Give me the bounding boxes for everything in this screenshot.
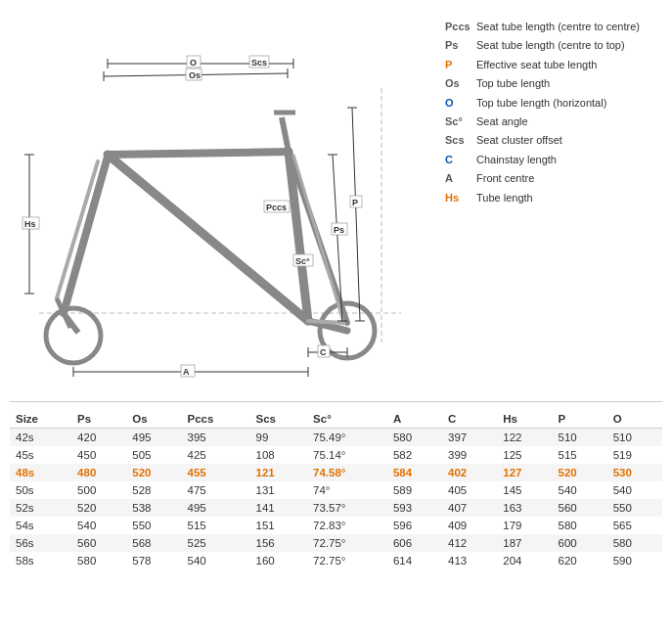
- column-header: C: [442, 410, 497, 429]
- table-cell: 620: [552, 552, 606, 569]
- legend-item: HsTube length: [445, 191, 662, 205]
- svg-text:Ps: Ps: [334, 225, 344, 235]
- table-cell: 540: [607, 481, 662, 499]
- table-cell: 52s: [10, 499, 71, 517]
- table-cell: 45s: [10, 446, 71, 464]
- table-cell: 156: [250, 534, 308, 552]
- table-cell: 72.75°: [307, 552, 387, 569]
- table-cell: 560: [552, 499, 606, 517]
- column-header: Scs: [250, 410, 308, 429]
- table-cell: 589: [387, 481, 442, 499]
- table-cell: 187: [497, 534, 552, 552]
- svg-text:Pccs: Pccs: [266, 203, 287, 212]
- legend-value: Effective seat tube length: [476, 58, 597, 72]
- column-header: O: [607, 410, 662, 429]
- table-row: 58s58057854016072.75°614413204620590: [10, 552, 662, 569]
- table-cell: 160: [250, 552, 308, 569]
- legend-value: Seat cluster offset: [476, 133, 562, 148]
- svg-text:Os: Os: [189, 70, 201, 80]
- column-header: A: [387, 410, 442, 429]
- table-cell: 525: [182, 534, 250, 552]
- legend-value: Seat tube length (centre to top): [476, 38, 625, 53]
- table-cell: 455: [182, 464, 250, 481]
- table-cell: 204: [497, 552, 552, 569]
- table-cell: 580: [607, 534, 662, 552]
- column-header: Hs: [497, 410, 552, 429]
- table-cell: 151: [250, 517, 308, 534]
- table-cell: 42s: [10, 429, 71, 447]
- table-cell: 75.49°: [307, 429, 387, 447]
- table-cell: 550: [126, 517, 181, 534]
- measurements-table: SizePsOsPccsScsSc°ACHsPO 42s420495395997…: [10, 410, 662, 569]
- legend-key: A: [445, 171, 476, 186]
- table-cell: 515: [552, 446, 606, 464]
- table-cell: 99: [250, 429, 308, 447]
- legend-key: Ps: [445, 38, 476, 53]
- table-cell: 565: [607, 517, 662, 534]
- legend-item: CChainstay length: [445, 153, 662, 167]
- table-cell: 580: [552, 517, 606, 534]
- svg-line-9: [108, 152, 289, 155]
- table-cell: 584: [387, 464, 442, 481]
- table-cell: 495: [182, 499, 250, 517]
- table-cell: 519: [607, 446, 662, 464]
- table-cell: 412: [442, 534, 497, 552]
- svg-text:Sc°: Sc°: [295, 256, 310, 266]
- table-cell: 72.75°: [307, 534, 387, 552]
- table-cell: 395: [182, 429, 250, 447]
- table-cell: 409: [442, 517, 497, 534]
- table-cell: 402: [442, 464, 497, 481]
- column-header: Sc°: [307, 410, 387, 429]
- table-cell: 121: [250, 464, 308, 481]
- table-cell: 590: [607, 552, 662, 569]
- table-cell: 145: [497, 481, 552, 499]
- table-cell: 407: [442, 499, 497, 517]
- svg-text:Hs: Hs: [24, 219, 36, 229]
- legend-item: Sc°Seat angle: [445, 114, 662, 129]
- table-cell: 74°: [307, 481, 387, 499]
- legend-value: Top tube length (horizontal): [476, 96, 606, 111]
- table-cell: 614: [387, 552, 442, 569]
- legend-key: C: [445, 153, 476, 167]
- column-header: Size: [10, 410, 71, 429]
- table-cell: 530: [607, 464, 662, 481]
- data-table-wrapper: SizePsOsPccsScsSc°ACHsPO 42s420495395997…: [10, 401, 662, 569]
- table-cell: 568: [126, 534, 181, 552]
- svg-point-6: [46, 308, 101, 363]
- bike-diagram: O Os Scs Hs Pccs Ps P: [10, 10, 430, 391]
- legend-value: Chainstay length: [476, 153, 557, 167]
- legend-item: PEffective seat tube length: [445, 58, 662, 72]
- svg-text:Scs: Scs: [251, 58, 267, 68]
- table-cell: 73.57°: [307, 499, 387, 517]
- svg-text:C: C: [320, 347, 327, 357]
- svg-text:P: P: [352, 198, 358, 207]
- table-cell: 413: [442, 552, 497, 569]
- svg-text:A: A: [183, 367, 190, 377]
- table-cell: 582: [387, 446, 442, 464]
- table-cell: 538: [126, 499, 181, 517]
- legend-key: Pccs: [445, 20, 476, 34]
- table-cell: 540: [71, 517, 126, 534]
- table-row: 52s52053849514173.57°593407163560550: [10, 499, 662, 517]
- table-cell: 405: [442, 481, 497, 499]
- table-cell: 505: [126, 446, 181, 464]
- legend-key: Os: [445, 76, 476, 91]
- table-cell: 54s: [10, 517, 71, 534]
- table-cell: 500: [71, 481, 126, 499]
- table-cell: 58s: [10, 552, 71, 569]
- table-cell: 179: [497, 517, 552, 534]
- table-row: 50s50052847513174°589405145540540: [10, 481, 662, 499]
- table-cell: 450: [71, 446, 126, 464]
- top-section: O Os Scs Hs Pccs Ps P: [10, 10, 662, 391]
- table-cell: 578: [126, 552, 181, 569]
- table-cell: 495: [126, 429, 181, 447]
- table-cell: 510: [552, 429, 606, 447]
- table-cell: 141: [250, 499, 308, 517]
- table-row: 54s54055051515172.83°596409179580565: [10, 517, 662, 534]
- table-row: 45s45050542510875.14°582399125515519: [10, 446, 662, 464]
- table-cell: 108: [250, 446, 308, 464]
- legend-key: Hs: [445, 191, 476, 205]
- legend-key: Scs: [445, 133, 476, 148]
- legend-value: Seat tube length (centre to centre): [476, 20, 640, 34]
- legend-value: Front centre: [476, 171, 534, 186]
